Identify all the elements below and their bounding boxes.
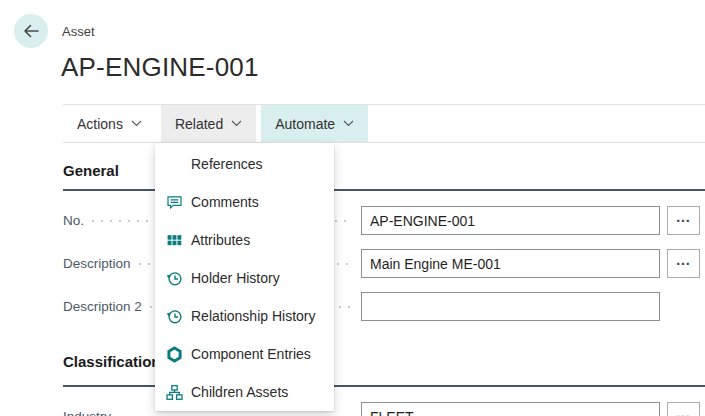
attributes-grid-icon: [165, 231, 184, 250]
back-button[interactable]: [14, 14, 48, 48]
menu-item-component-entries[interactable]: Component Entries: [155, 335, 334, 373]
description-field-label: Description: [63, 256, 131, 271]
industry-field-assist-edit-button[interactable]: …: [667, 402, 700, 416]
chevron-down-icon: [231, 120, 242, 127]
comments-icon: [165, 193, 184, 212]
related-menu-label: Related: [175, 116, 223, 132]
description2-field-input[interactable]: [361, 292, 660, 321]
ellipsis-icon: …: [676, 208, 692, 225]
related-menu-button[interactable]: Related: [161, 105, 256, 142]
menu-item-comments[interactable]: Comments: [155, 183, 334, 221]
no-field-input[interactable]: [361, 206, 660, 235]
menu-item-relationship-history[interactable]: Relationship History: [155, 297, 334, 335]
menu-item-children-assets[interactable]: Children Assets: [155, 373, 334, 411]
ellipsis-icon: …: [676, 251, 692, 268]
description2-field-label: Description 2: [63, 299, 142, 314]
ellipsis-icon: …: [676, 404, 692, 416]
chevron-down-icon: [343, 120, 354, 127]
page-caption: Asset: [62, 24, 95, 39]
industry-field-input[interactable]: [361, 402, 660, 416]
description-field-input[interactable]: [361, 249, 660, 278]
automate-menu-button[interactable]: Automate: [261, 105, 368, 142]
menu-item-references[interactable]: References: [155, 145, 334, 183]
hexagon-icon: [165, 345, 184, 364]
asset-card-page: Asset AP-ENGINE-001 Actions Related Auto…: [0, 0, 705, 416]
blank-icon-slot: [165, 155, 184, 174]
menu-item-holder-history[interactable]: Holder History: [155, 259, 334, 297]
menu-item-attributes[interactable]: Attributes: [155, 221, 334, 259]
page-title: AP-ENGINE-001: [61, 52, 259, 83]
general-section-heading: General: [63, 162, 119, 179]
chevron-down-icon: [131, 120, 142, 127]
actions-menu-label: Actions: [77, 116, 123, 132]
history-icon: [165, 307, 184, 326]
no-field-label: No.: [63, 213, 84, 228]
no-field-assist-edit-button[interactable]: …: [667, 206, 700, 235]
back-arrow-icon: [21, 21, 41, 41]
org-tree-icon: [165, 383, 184, 402]
description-field-assist-edit-button[interactable]: …: [667, 249, 700, 278]
history-icon: [165, 269, 184, 288]
automate-menu-label: Automate: [275, 116, 335, 132]
actions-menu-button[interactable]: Actions: [63, 105, 156, 142]
industry-field-label: Industry: [63, 409, 111, 416]
action-bar: Actions Related Automate: [63, 104, 705, 143]
classification-section-heading: Classification: [63, 353, 161, 370]
related-dropdown-menu: References Comments Attributes: [155, 143, 334, 411]
